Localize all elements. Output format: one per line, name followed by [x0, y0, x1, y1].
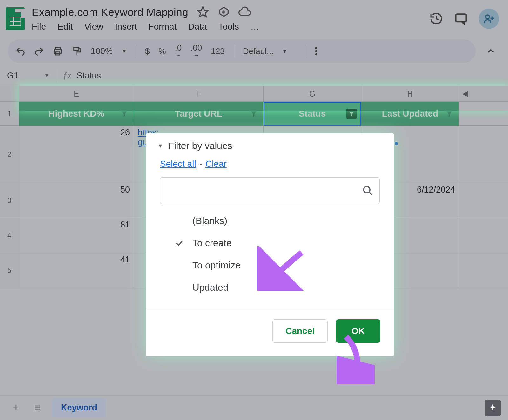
cloud-icon[interactable]: [238, 6, 251, 18]
increase-decimal-button[interactable]: .00→: [190, 44, 202, 58]
filter-option[interactable]: To create: [157, 232, 382, 254]
header-cell[interactable]: Highest KD%: [19, 102, 134, 126]
row-number[interactable]: 5: [0, 253, 19, 288]
more-toolbar-button[interactable]: [315, 46, 318, 56]
filter-icon-active[interactable]: [346, 109, 357, 119]
menu-more[interactable]: …: [251, 22, 259, 32]
column-header-H[interactable]: H: [361, 86, 459, 101]
svg-point-7: [486, 15, 490, 19]
share-button[interactable]: [479, 9, 499, 29]
cell[interactable]: 26: [19, 126, 134, 183]
undo-button[interactable]: [16, 46, 25, 56]
filter-option[interactable]: To optimize: [157, 254, 382, 276]
add-sheet-button[interactable]: +: [9, 401, 23, 415]
currency-button[interactable]: $: [145, 46, 150, 56]
svg-marker-3: [197, 7, 208, 17]
column-header-G[interactable]: G: [264, 86, 361, 101]
svg-point-15: [315, 50, 317, 52]
menu-edit[interactable]: Edit: [57, 22, 73, 32]
filter-option[interactable]: Updated: [157, 276, 382, 299]
check-icon: [174, 239, 185, 247]
decrease-decimal-button[interactable]: .0←: [175, 44, 182, 58]
zoom-dropdown[interactable]: 100% ▼: [91, 46, 127, 56]
menu-tools[interactable]: Tools: [218, 22, 239, 32]
select-all-corner[interactable]: [0, 86, 19, 101]
menu-format[interactable]: Format: [149, 22, 177, 32]
sheets-app-icon[interactable]: [6, 7, 25, 30]
percent-button[interactable]: %: [158, 46, 166, 56]
chevron-down-icon: ▼: [157, 143, 163, 149]
sheet-bar: + ≡ Keyword: [0, 395, 508, 420]
filter-panel: ▼ Filter by values Select all - Clear (B…: [146, 133, 394, 356]
formula-bar[interactable]: Status: [77, 71, 101, 81]
fx-icon: ƒx: [63, 71, 72, 81]
row-number[interactable]: 2: [0, 126, 19, 183]
cell[interactable]: 50: [19, 183, 134, 218]
filter-option[interactable]: (Blanks): [157, 210, 382, 232]
select-all-link[interactable]: Select all: [160, 159, 196, 169]
history-icon[interactable]: [429, 12, 443, 26]
menu-file[interactable]: File: [32, 22, 46, 32]
cancel-button[interactable]: Cancel: [272, 319, 328, 343]
filter-section-toggle[interactable]: ▼ Filter by values: [157, 139, 382, 157]
collapse-toolbar-button[interactable]: [481, 42, 500, 61]
filter-icon[interactable]: [444, 109, 454, 119]
menu-insert[interactable]: Insert: [115, 22, 137, 32]
header-cell-selected[interactable]: Status: [264, 102, 361, 126]
star-icon[interactable]: [197, 6, 209, 18]
svg-point-17: [364, 186, 370, 193]
selection-handle[interactable]: [394, 141, 398, 146]
header-cell[interactable]: Last Updated: [361, 102, 459, 126]
name-box[interactable]: G1▼: [3, 71, 56, 81]
move-icon[interactable]: [217, 6, 230, 18]
menu-view[interactable]: View: [84, 22, 103, 32]
row-number[interactable]: 4: [0, 218, 19, 253]
filter-search-input[interactable]: [160, 177, 380, 204]
paint-format-button[interactable]: [72, 46, 82, 56]
svg-point-16: [315, 53, 317, 56]
svg-point-14: [315, 47, 317, 49]
cell[interactable]: 81: [19, 218, 134, 253]
document-title[interactable]: Example.com Keyword Mapping: [32, 6, 188, 18]
sheet-tab[interactable]: Keyword: [52, 398, 106, 417]
row-number[interactable]: 1: [0, 102, 19, 125]
print-button[interactable]: [53, 46, 63, 56]
filter-icon[interactable]: [249, 109, 259, 119]
ok-button[interactable]: OK: [336, 319, 380, 343]
cell[interactable]: 41: [19, 253, 134, 288]
font-dropdown[interactable]: Defaul... ▼: [243, 46, 297, 56]
filter-title: Filter by values: [168, 140, 232, 151]
toolbar: 100% ▼ $ % .0← .00→ 123 Defaul... ▼: [8, 39, 476, 63]
svg-rect-13: [74, 47, 79, 50]
explore-button[interactable]: [485, 400, 501, 416]
search-icon: [362, 185, 373, 196]
column-header-F[interactable]: F: [134, 86, 264, 101]
all-sheets-button[interactable]: ≡: [30, 401, 44, 415]
filter-icon[interactable]: [119, 109, 129, 119]
row-number[interactable]: 3: [0, 183, 19, 218]
column-header-E[interactable]: E: [19, 86, 134, 101]
header-cell[interactable]: Target URL: [134, 102, 264, 126]
clear-link[interactable]: Clear: [205, 159, 227, 169]
comment-icon[interactable]: [454, 12, 468, 26]
format-123-button[interactable]: 123: [211, 46, 224, 56]
svg-line-18: [369, 192, 372, 195]
redo-button[interactable]: [34, 46, 44, 56]
menu-data[interactable]: Data: [188, 22, 207, 32]
svg-rect-6: [456, 14, 466, 22]
scroll-left-icon[interactable]: ◀: [459, 86, 471, 101]
